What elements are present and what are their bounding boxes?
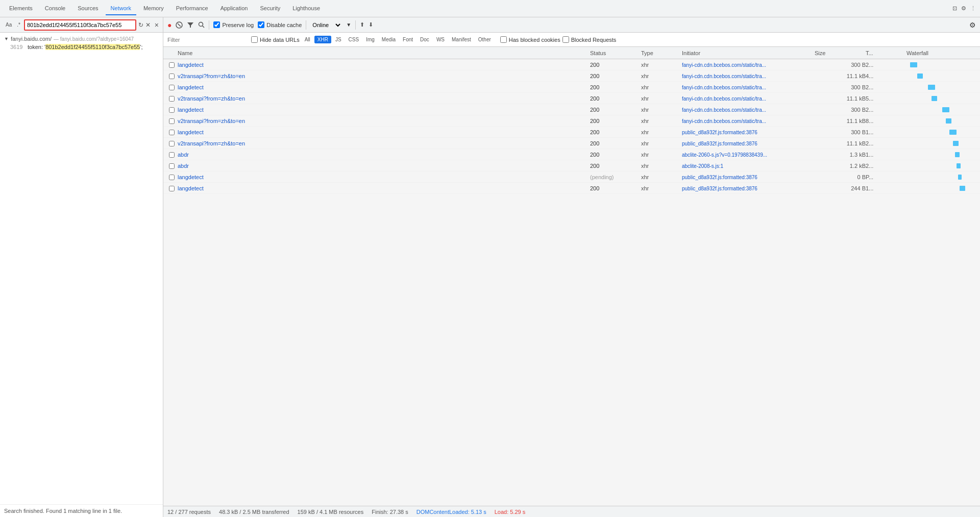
row-checkbox-1[interactable] (165, 73, 178, 79)
hide-data-urls-checkbox[interactable] (251, 36, 258, 43)
filter-input[interactable] (167, 37, 249, 43)
search-regex-btn[interactable]: .* (15, 21, 22, 29)
preserve-log-checkbox[interactable] (213, 21, 220, 28)
col-initiator-header[interactable]: Initiator (682, 50, 815, 56)
devtools-more-icon[interactable]: ⋮ (970, 5, 976, 12)
search-case-sensitive-btn[interactable]: Aa (4, 21, 13, 29)
table-row[interactable]: langdetect 200 xhr fanyi-cdn.cdn.bcebos.… (163, 59, 980, 70)
filter-js-btn[interactable]: JS (332, 36, 345, 43)
row-check-input-6[interactable] (169, 130, 175, 135)
row-checkbox-4[interactable] (165, 107, 178, 113)
preserve-log-label[interactable]: Preserve log (213, 21, 254, 28)
hide-data-urls-label[interactable]: Hide data URLs (251, 36, 300, 43)
devtools-dock-icon[interactable]: ⊡ (952, 5, 957, 12)
row-check-input-11[interactable] (169, 186, 175, 191)
tab-elements[interactable]: Elements (4, 2, 38, 15)
row-checkbox-10[interactable] (165, 175, 178, 180)
row-check-input-9[interactable] (169, 163, 175, 169)
filter-media-btn[interactable]: Media (379, 36, 399, 43)
table-row[interactable]: v2transapi?from=zh&to=en 200 xhr fanyi-c… (163, 93, 980, 104)
row-type-2: xhr (641, 84, 682, 90)
tab-network[interactable]: Network (106, 2, 136, 15)
col-type-header[interactable]: Type (641, 50, 682, 56)
blocked-requests-checkbox[interactable] (562, 36, 569, 43)
table-row[interactable]: abdr 200 xhr abclite-2060-s.js?v=0.19798… (163, 149, 980, 160)
tab-lighthouse[interactable]: Lighthouse (287, 2, 325, 15)
filter-css-btn[interactable]: CSS (346, 36, 362, 43)
throttle-select[interactable]: Online Fast 3G Slow 3G Offline (310, 21, 342, 29)
table-row[interactable]: v2transapi?from=zh&to=en 200 xhr public_… (163, 138, 980, 149)
row-check-input-8[interactable] (169, 152, 175, 158)
row-checkbox-0[interactable] (165, 62, 178, 68)
table-row[interactable]: v2transapi?from=zh&to=en 200 xhr fanyi-c… (163, 115, 980, 127)
search-result-item[interactable]: 3619 token: '801b2edd1f24455f5110f3ca7bc… (0, 43, 163, 51)
row-check-input-10[interactable] (169, 175, 175, 180)
table-row[interactable]: langdetect (pending) xhr public_d8a932f.… (163, 171, 980, 183)
col-time-header[interactable]: T... (866, 50, 906, 56)
search-refresh-btn[interactable]: ↻ (138, 21, 143, 29)
search-input[interactable] (27, 22, 133, 28)
has-blocked-cookies-label[interactable]: Has blocked cookies (500, 36, 560, 43)
disable-cache-checkbox[interactable] (258, 21, 264, 28)
row-check-input-1[interactable] (169, 73, 175, 79)
search-btn[interactable] (198, 21, 205, 28)
row-check-input-5[interactable] (169, 118, 175, 124)
network-settings-icon[interactable]: ⚙ (969, 21, 976, 29)
filter-xhr-btn[interactable]: XHR (314, 36, 331, 43)
row-checkbox-11[interactable] (165, 186, 178, 191)
row-type-5: xhr (641, 118, 682, 124)
col-waterfall-header[interactable]: Waterfall (906, 50, 978, 56)
tab-console[interactable]: Console (40, 2, 70, 15)
table-row[interactable]: langdetect 200 xhr fanyi-cdn.cdn.bcebos.… (163, 82, 980, 93)
table-row[interactable]: langdetect 200 xhr public_d8a932f.js:for… (163, 183, 980, 194)
filter-ws-btn[interactable]: WS (433, 36, 448, 43)
row-checkbox-5[interactable] (165, 118, 178, 124)
row-checkbox-7[interactable] (165, 141, 178, 146)
row-checkbox-2[interactable] (165, 85, 178, 90)
clear-btn[interactable] (176, 21, 183, 29)
tab-performance[interactable]: Performance (171, 2, 213, 15)
row-checkbox-8[interactable] (165, 152, 178, 158)
row-check-input-3[interactable] (169, 96, 175, 102)
col-size-header[interactable]: Size (815, 50, 866, 56)
row-name-6: langdetect (178, 129, 590, 135)
col-name-header[interactable]: Name (178, 50, 590, 56)
record-btn[interactable]: ● (167, 21, 172, 29)
filter-doc-btn[interactable]: Doc (417, 36, 432, 43)
blocked-requests-label[interactable]: Blocked Requests (562, 36, 617, 43)
filter-other-btn[interactable]: Other (475, 36, 494, 43)
has-blocked-cookies-checkbox[interactable] (500, 36, 507, 43)
row-check-input-4[interactable] (169, 107, 175, 113)
tab-memory[interactable]: Memory (138, 2, 169, 15)
row-size-6: 300 B (815, 129, 866, 135)
row-check-input-7[interactable] (169, 141, 175, 146)
col-status-header[interactable]: Status (590, 50, 641, 56)
filter-img-btn[interactable]: Img (363, 36, 378, 43)
throttle-dropdown-icon[interactable]: ▼ (346, 22, 351, 28)
tab-sources[interactable]: Sources (72, 2, 103, 15)
table-row[interactable]: langdetect 200 xhr fanyi-cdn.cdn.bcebos.… (163, 104, 980, 115)
row-checkbox-3[interactable] (165, 96, 178, 102)
row-checkbox-6[interactable] (165, 130, 178, 135)
devtools-settings-icon[interactable]: ⚙ (961, 5, 966, 12)
tab-application[interactable]: Application (215, 2, 253, 15)
filter-all-btn[interactable]: All (302, 36, 313, 43)
table-row[interactable]: abdr 200 xhr abclite-2008-s.js:1 1.2 kB … (163, 160, 980, 171)
tab-security[interactable]: Security (255, 2, 285, 15)
row-initiator-7: public_d8a932f.js:formatted:3876 (682, 141, 815, 146)
row-check-input-2[interactable] (169, 85, 175, 90)
search-clear-btn[interactable]: ✕ (145, 21, 151, 29)
search-close-btn[interactable]: × (155, 21, 159, 29)
filter-font-btn[interactable]: Font (400, 36, 416, 43)
row-name-2: langdetect (178, 84, 590, 90)
import-btn[interactable]: ⬆ (360, 21, 364, 28)
filter-manifest-btn[interactable]: Manifest (449, 36, 474, 43)
disable-cache-label[interactable]: Disable cache (258, 21, 302, 28)
row-checkbox-9[interactable] (165, 163, 178, 169)
search-result-host[interactable]: ▼ fanyi.baidu.com/ — fanyi.baidu.com/?al… (0, 35, 163, 43)
table-row[interactable]: langdetect 200 xhr public_d8a932f.js:for… (163, 127, 980, 138)
export-btn[interactable]: ⬇ (369, 21, 373, 28)
filter-toggle-btn[interactable] (187, 21, 194, 29)
row-check-input-0[interactable] (169, 62, 175, 68)
table-row[interactable]: v2transapi?from=zh&to=en 200 xhr fanyi-c… (163, 70, 980, 82)
